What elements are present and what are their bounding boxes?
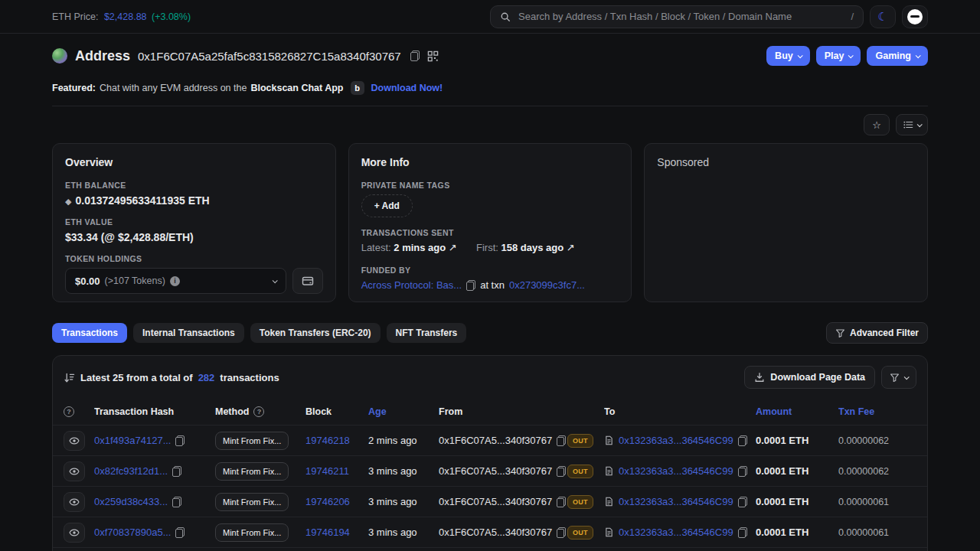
eye-preview-button[interactable] (64, 461, 85, 481)
address-value: 0x1F6C07A5a25faf5c8315826827C15a8340f307… (138, 50, 401, 63)
add-name-tag-button[interactable]: + Add (361, 194, 413, 217)
method-badge[interactable]: Mint From Fix... (215, 432, 289, 450)
to-address-link[interactable]: 0x132363a3...364546C99 (619, 496, 733, 507)
method-help-icon[interactable]: ? (253, 406, 264, 417)
copy-icon[interactable] (175, 527, 185, 538)
first-txn-link[interactable]: ↗ (567, 242, 575, 253)
summary-suffix: transactions (220, 372, 279, 383)
moon-icon: ☾ (877, 11, 887, 22)
summary-total-link[interactable]: 282 (198, 372, 215, 383)
theme-toggle-button[interactable]: ☾ (870, 5, 896, 28)
block-link[interactable]: 19746194 (305, 527, 350, 538)
to-address-link[interactable]: 0x132363a3...364546C99 (619, 435, 733, 446)
sponsored-card: Sponsored (644, 143, 928, 302)
table-row: 0x82fc93f12d1... Mint From Fix... 197462… (53, 455, 927, 486)
age-value: 3 mins ago (368, 496, 417, 507)
token-holdings-label: TOKEN HOLDINGS (65, 254, 323, 263)
tab-nft-transfers[interactable]: NFT Transfers (387, 323, 467, 343)
copy-icon[interactable] (172, 466, 181, 477)
txn-fee-value: 0.00000061 (838, 497, 889, 507)
featured-text: Chat with any EVM address on the (100, 83, 247, 93)
block-link[interactable]: 19746211 (305, 465, 349, 477)
copy-icon[interactable] (738, 435, 747, 446)
method-badge[interactable]: Mint From Fix... (215, 493, 289, 511)
column-amount-toggle[interactable]: Amount (756, 406, 792, 417)
eye-preview-button[interactable] (64, 431, 85, 451)
to-address-link[interactable]: 0x132363a3...364546C99 (619, 527, 733, 538)
copy-icon[interactable] (175, 435, 185, 446)
qr-code-button[interactable] (426, 49, 440, 64)
copy-icon[interactable] (738, 466, 747, 477)
eye-preview-button[interactable] (64, 492, 85, 512)
gaming-button-label: Gaming (875, 51, 911, 61)
copy-icon[interactable] (738, 497, 747, 507)
tab-token-transfers[interactable]: Token Transfers (ERC-20) (250, 323, 381, 343)
transactions-table-card: Latest 25 from a total of 282 transactio… (52, 355, 928, 551)
age-value: 2 mins ago (368, 435, 417, 446)
copy-icon[interactable] (557, 435, 566, 446)
table-filter-button[interactable] (881, 366, 916, 389)
view-options-button[interactable] (896, 114, 928, 135)
first-label: First: (476, 242, 498, 253)
eye-preview-button[interactable] (64, 523, 85, 543)
more-info-title: More Info (361, 156, 619, 168)
address-avatar (52, 48, 67, 64)
address-header: Address 0x1F6C07A5a25faf5c8315826827C15a… (52, 46, 928, 66)
block-link[interactable]: 19746218 (305, 435, 350, 446)
favorite-button[interactable]: ☆ (864, 114, 890, 135)
txn-hash-link[interactable]: 0x1f493a74127... (94, 435, 171, 446)
eth-price-indicator: ETH Price: $2,428.88 (+3.08%) (52, 11, 191, 22)
latest-txn-link[interactable]: ↗ (449, 242, 457, 253)
network-selector-button[interactable] (902, 5, 928, 28)
funding-txn-link[interactable]: 0x273099c3fc7... (509, 279, 585, 291)
download-page-data-label: Download Page Data (770, 372, 865, 383)
chevron-down-icon (917, 122, 923, 127)
txn-hash-link[interactable]: 0x82fc93f12d1... (94, 465, 168, 477)
eye-icon (69, 527, 80, 538)
wallet-button[interactable] (292, 268, 323, 294)
txn-hash-link[interactable]: 0xf70837890a5... (94, 527, 171, 538)
search-input[interactable] (517, 10, 844, 23)
method-badge[interactable]: Mint From Fix... (215, 523, 289, 542)
block-link[interactable]: 19746206 (305, 496, 350, 507)
copy-icon[interactable] (466, 280, 475, 291)
table-row: 0xe596980466... Mint From Fix... 1971004… (53, 547, 927, 551)
direction-badge: OUT (567, 434, 593, 448)
tab-transactions[interactable]: Transactions (52, 323, 127, 343)
direction-badge: OUT (567, 526, 593, 540)
eth-price-link[interactable]: $2,428.88 (104, 11, 147, 22)
copy-icon[interactable] (172, 497, 181, 507)
download-now-link[interactable]: Download Now! (371, 83, 443, 93)
buy-button[interactable]: Buy (766, 46, 810, 66)
copy-icon[interactable] (557, 527, 566, 538)
txn-hash-link[interactable]: 0x259d38c433... (94, 496, 168, 507)
column-fee-toggle[interactable]: Txn Fee (838, 406, 874, 417)
copy-icon[interactable] (738, 527, 747, 538)
advanced-filter-button[interactable]: Advanced Filter (826, 322, 928, 344)
ethereum-network-icon (907, 9, 923, 24)
copy-icon[interactable] (557, 497, 566, 507)
address-header-actions: Buy Play Gaming (766, 46, 928, 66)
copy-icon[interactable] (557, 466, 566, 477)
column-help-icon[interactable]: ? (64, 406, 74, 417)
download-page-data-button[interactable]: Download Page Data (744, 366, 875, 389)
funded-by-label: FUNDED BY (361, 266, 619, 275)
gaming-button[interactable]: Gaming (867, 46, 928, 66)
play-button[interactable]: Play (816, 46, 861, 66)
column-age-toggle[interactable]: Age (368, 406, 387, 417)
from-address: 0x1F6C07A5...340f30767 (439, 527, 552, 538)
search-bar[interactable]: / (490, 5, 864, 28)
overview-title: Overview (65, 156, 323, 168)
age-value: 3 mins ago (368, 527, 417, 538)
wallet-card-icon (302, 275, 314, 287)
tab-internal-transactions[interactable]: Internal Transactions (133, 323, 244, 343)
sponsored-label: Sponsored (657, 156, 915, 168)
token-holdings-dropdown[interactable]: $0.00 (>107 Tokens) i (65, 268, 286, 294)
copy-address-button[interactable] (409, 49, 421, 63)
featured-label: Featured: (52, 83, 96, 93)
funded-by-link[interactable]: Across Protocol: Bas... (361, 279, 462, 291)
to-address-link[interactable]: 0x132363a3...364546C99 (619, 465, 733, 477)
direction-badge: OUT (567, 495, 593, 509)
amount-value: 0.0001 ETH (756, 435, 808, 446)
method-badge[interactable]: Mint From Fix... (215, 462, 289, 481)
